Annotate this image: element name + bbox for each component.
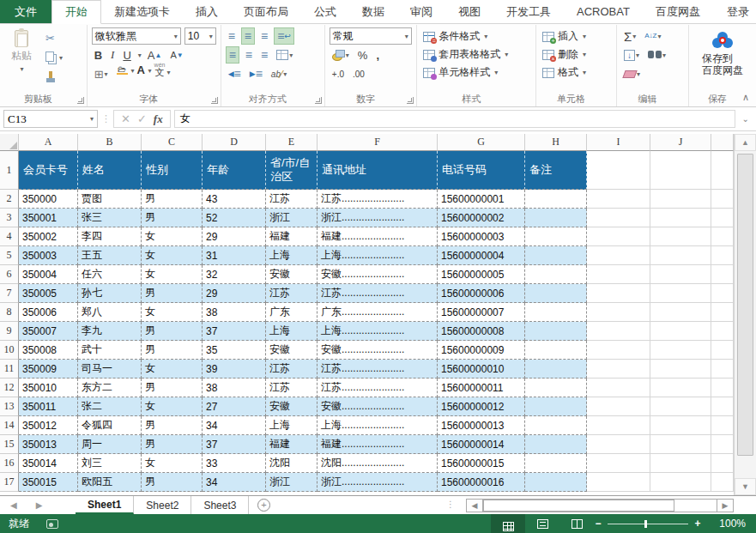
cell-I17[interactable] <box>587 473 650 492</box>
ribbon-tab-4[interactable]: 页面布局 <box>231 0 301 23</box>
cell-A8[interactable]: 350006 <box>19 303 78 322</box>
cell-J3[interactable] <box>650 209 711 227</box>
cell-E8[interactable]: 广东 <box>266 303 318 322</box>
cell-J6[interactable] <box>650 265 711 284</box>
cell-C14[interactable]: 男 <box>142 416 203 435</box>
cell-G6[interactable]: 15600000005 <box>438 265 525 284</box>
delete-cells-button[interactable]: × 删除▾ <box>541 45 612 64</box>
zoom-slider[interactable]: − + <box>592 518 704 530</box>
align-bottom-button[interactable]: ≡ <box>258 27 270 45</box>
clear-button[interactable]: ▾ <box>621 65 643 82</box>
table-header-cell[interactable]: 姓名 <box>78 151 142 190</box>
cell-I5[interactable] <box>587 246 650 265</box>
cell-J13[interactable] <box>650 397 711 416</box>
cell-A15[interactable]: 350013 <box>19 435 78 454</box>
cell-partial[interactable] <box>711 303 734 322</box>
cell-partial[interactable] <box>711 227 734 246</box>
cell-I15[interactable] <box>587 435 650 454</box>
clipboard-dialog-launcher-icon[interactable] <box>77 97 84 104</box>
cancel-button[interactable]: ✕ <box>121 112 130 125</box>
cell-partial[interactable] <box>711 360 734 379</box>
ribbon-tab-5[interactable]: 公式 <box>301 0 349 23</box>
cell-H11[interactable] <box>525 360 587 379</box>
cell-I12[interactable] <box>587 379 650 397</box>
align-center-button[interactable]: ≡ <box>243 46 255 64</box>
row-header-6[interactable]: 6 <box>0 265 19 284</box>
cell-partial[interactable] <box>711 341 734 360</box>
cell-C4[interactable]: 女 <box>142 227 203 246</box>
row-header-15[interactable]: 15 <box>0 435 19 454</box>
normal-view-button[interactable] <box>491 514 525 533</box>
cell-A13[interactable]: 350011 <box>19 397 78 416</box>
cell-H13[interactable] <box>525 397 587 416</box>
column-header-E[interactable]: E <box>266 134 318 151</box>
percent-style-button[interactable]: % <box>355 46 371 64</box>
cell-B15[interactable]: 周一 <box>78 435 142 454</box>
cut-button[interactable]: ✂ <box>44 29 64 46</box>
column-header-C[interactable]: C <box>142 134 203 151</box>
cell-B11[interactable]: 司马一 <box>78 360 142 379</box>
cell-H7[interactable] <box>525 284 587 303</box>
zoom-in-icon[interactable]: + <box>692 518 704 530</box>
ribbon-tab-10[interactable]: ACROBAT <box>564 0 643 23</box>
cell-D11[interactable]: 39 <box>203 360 266 379</box>
cell-J9[interactable] <box>650 322 711 341</box>
cell-G11[interactable]: 15600000010 <box>438 360 525 379</box>
cell-partial[interactable] <box>711 397 734 416</box>
row-header-16[interactable]: 16 <box>0 454 19 473</box>
cell-F7[interactable]: 江苏...................... <box>318 284 438 303</box>
row-header-4[interactable]: 4 <box>0 227 19 246</box>
decrease-indent-button[interactable]: ◀≡ <box>226 65 244 82</box>
cell-G8[interactable]: 15600000007 <box>438 303 525 322</box>
cell-G7[interactable]: 15600000006 <box>438 284 525 303</box>
cell-B8[interactable]: 郑八 <box>78 303 142 322</box>
cell-J5[interactable] <box>650 246 711 265</box>
cell-I4[interactable] <box>587 227 650 246</box>
login-button[interactable]: 登录 <box>720 0 756 23</box>
row-header-5[interactable]: 5 <box>0 246 19 265</box>
font-color-button[interactable]: A▾ <box>134 65 148 82</box>
cell-H6[interactable] <box>525 265 587 284</box>
cell-C9[interactable]: 男 <box>142 322 203 341</box>
cell-J7[interactable] <box>650 284 711 303</box>
horizontal-scrollbar[interactable]: ◀ ▶ <box>466 499 734 512</box>
cell-F11[interactable]: 江苏...................... <box>318 360 438 379</box>
cell-J11[interactable] <box>650 360 711 379</box>
cell-B10[interactable]: 武十 <box>78 341 142 360</box>
ribbon-tab-6[interactable]: 数据 <box>349 0 397 23</box>
row-header-13[interactable]: 13 <box>0 397 19 416</box>
cell-A7[interactable]: 350005 <box>19 284 78 303</box>
font-dialog-launcher-icon[interactable] <box>211 97 218 104</box>
ribbon-tab-2[interactable]: 新建选项卡 <box>101 0 183 23</box>
cell-F12[interactable]: 江苏...................... <box>318 379 438 397</box>
cell-J16[interactable] <box>650 454 711 473</box>
cell-D4[interactable]: 29 <box>203 227 266 246</box>
cell-G13[interactable]: 15600000012 <box>438 397 525 416</box>
cell-F8[interactable]: 广东...................... <box>318 303 438 322</box>
table-header-cell[interactable]: 会员卡号 <box>19 151 78 190</box>
ribbon-tab-3[interactable]: 插入 <box>183 0 231 23</box>
cell-A17[interactable]: 350015 <box>19 473 78 492</box>
horizontal-scrollbar-thumb[interactable] <box>483 500 674 512</box>
bold-button[interactable]: B <box>92 46 105 64</box>
cell-F3[interactable]: 浙江...................... <box>318 209 438 227</box>
cell-partial[interactable] <box>711 435 734 454</box>
cell-partial[interactable] <box>711 379 734 397</box>
next-sheet-icon[interactable]: ▶ <box>36 500 43 510</box>
cell-A5[interactable]: 350003 <box>19 246 78 265</box>
enter-button[interactable]: ✓ <box>137 112 147 125</box>
cell-D2[interactable]: 43 <box>203 190 266 209</box>
row-header-17[interactable]: 17 <box>0 473 19 492</box>
cell-A11[interactable]: 350009 <box>19 360 78 379</box>
font-size-select[interactable]: 10▾ <box>184 27 216 45</box>
cell-I14[interactable] <box>587 416 650 435</box>
cell-E9[interactable]: 上海 <box>266 322 318 341</box>
cell-partial[interactable] <box>711 322 734 341</box>
shrink-font-button[interactable]: A▼ <box>167 46 185 64</box>
cell-C13[interactable]: 女 <box>142 397 203 416</box>
cell-J4[interactable] <box>650 227 711 246</box>
sheet-tab-sheet3[interactable]: Sheet3 <box>191 496 249 514</box>
cell-H12[interactable] <box>525 379 587 397</box>
cell-B12[interactable]: 东方二 <box>78 379 142 397</box>
cell-D16[interactable]: 33 <box>203 454 266 473</box>
